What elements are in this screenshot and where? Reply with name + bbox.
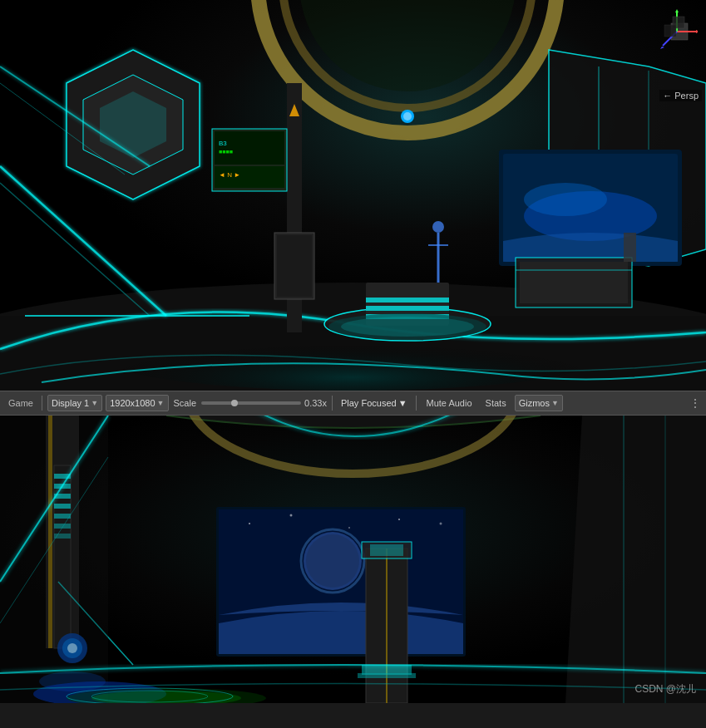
svg-rect-26 — [366, 298, 449, 303]
svg-rect-47 — [624, 233, 636, 262]
scale-slider[interactable] — [201, 401, 301, 405]
perspective-label: ← Persp — [659, 90, 702, 101]
scene-svg-top: B3 ■■■■ ◄ N ► — [0, 0, 706, 391]
svg-marker-76 — [0, 416, 108, 703]
scene-render-top: B3 ■■■■ ◄ N ► — [0, 0, 706, 391]
svg-marker-55 — [660, 47, 664, 49]
game-tab-label: Game — [5, 398, 37, 408]
display-dropdown[interactable]: Display 1 ▼ — [47, 395, 102, 411]
svg-rect-104 — [370, 544, 403, 556]
top-scene-viewport[interactable]: B3 ■■■■ ◄ N ► — [0, 0, 706, 391]
separator-1 — [42, 396, 42, 411]
stats-button[interactable]: Stats — [481, 397, 511, 409]
watermark-text: CSDN @沈儿 — [634, 682, 696, 696]
gizmos-label: Gizmos — [519, 398, 550, 408]
svg-point-23 — [524, 183, 607, 216]
svg-point-88 — [290, 514, 293, 517]
scale-slider-thumb — [231, 400, 238, 406]
resolution-label: 1920x1080 — [110, 398, 155, 408]
gizmo-svg — [656, 8, 698, 50]
scene-svg-bottom — [0, 416, 706, 703]
bottom-game-viewport[interactable]: CSDN @沈儿 — [0, 416, 706, 703]
separator-3 — [416, 396, 417, 411]
svg-marker-95 — [565, 416, 706, 703]
play-focused-button[interactable]: Play Focused ▼ — [338, 397, 411, 409]
svg-point-91 — [440, 523, 442, 525]
svg-text:◄ N ►: ◄ N ► — [219, 171, 240, 179]
svg-text:B3: B3 — [219, 140, 227, 147]
svg-point-87 — [249, 523, 250, 524]
svg-marker-51 — [696, 30, 698, 33]
svg-point-42 — [432, 221, 444, 233]
play-focused-dropdown-arrow: ▼ — [398, 398, 407, 408]
gizmos-dropdown[interactable]: Gizmos ▼ — [515, 395, 563, 411]
svg-rect-57 — [664, 25, 676, 37]
svg-point-8 — [403, 112, 412, 121]
svg-point-90 — [398, 519, 400, 520]
svg-rect-36 — [215, 131, 284, 165]
svg-rect-34 — [277, 235, 312, 297]
scene-render-bottom: CSDN @沈儿 — [0, 416, 706, 703]
svg-rect-27 — [366, 306, 449, 311]
svg-point-89 — [348, 527, 350, 529]
resolution-dropdown-arrow: ▼ — [157, 399, 165, 407]
svg-marker-53 — [675, 9, 679, 12]
more-options-button[interactable]: ⋮ — [689, 396, 701, 410]
gizmos-dropdown-arrow: ▼ — [551, 399, 559, 407]
svg-point-30 — [341, 317, 474, 337]
svg-rect-102 — [358, 673, 416, 678]
svg-rect-45 — [520, 262, 628, 303]
svg-point-93 — [306, 534, 359, 588]
gizmo-orientation-cube[interactable] — [656, 8, 698, 50]
display-label: Display 1 — [52, 398, 89, 408]
display-dropdown-arrow: ▼ — [91, 399, 98, 407]
svg-text:■■■■: ■■■■ — [219, 149, 233, 155]
scale-container: Scale 0.33x — [172, 398, 327, 408]
resolution-dropdown[interactable]: 1920x1080 ▼ — [106, 395, 168, 411]
separator-2 — [332, 396, 333, 411]
mute-audio-button[interactable]: Mute Audio — [422, 397, 477, 409]
scale-value: 0.33x — [304, 398, 327, 408]
play-focused-label: Play Focused — [341, 398, 397, 408]
scale-label: Scale — [172, 398, 199, 408]
game-view-toolbar: Game Display 1 ▼ 1920x1080 ▼ Scale 0.33x… — [0, 391, 706, 416]
